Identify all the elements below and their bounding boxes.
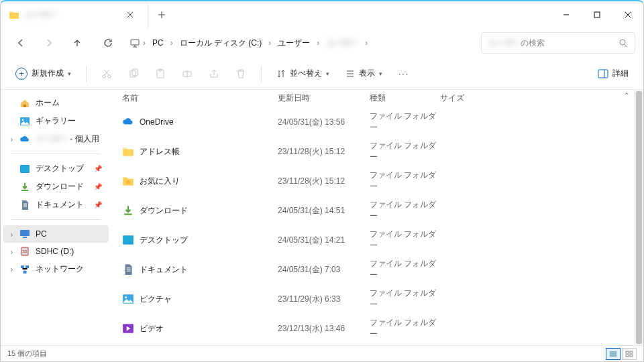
- new-tab-button[interactable]: [148, 1, 175, 28]
- tab-current[interactable]: ユーザー: [1, 1, 148, 28]
- nav-onedrive[interactable]: ユーザー - 個人用: [3, 130, 109, 148]
- more-button[interactable]: ···: [392, 62, 416, 86]
- nav-pane: ホーム ギャラリー ユーザー - 個人用 デスクトップ 📌 ダウンロード 📌: [1, 90, 111, 345]
- maximize-button[interactable]: [582, 1, 612, 28]
- table-row[interactable]: お気に入り23/11/28(火) 15:12ファイル フォルダー: [111, 166, 634, 196]
- nav-gallery[interactable]: ギャラリー: [3, 112, 109, 130]
- view-button[interactable]: 表示 ▾: [339, 64, 389, 83]
- breadcrumb-seg-pc[interactable]: PC: [148, 36, 168, 50]
- col-date[interactable]: 更新日時: [278, 93, 370, 104]
- search-input[interactable]: ユーザーの検索: [481, 32, 635, 54]
- sort-button[interactable]: 並べ替え ▾: [270, 64, 336, 83]
- minimize-button[interactable]: [551, 1, 582, 28]
- onedrive-icon: [19, 134, 30, 145]
- nav-pc[interactable]: PC: [3, 225, 109, 243]
- nav-label: ドキュメント: [36, 199, 84, 210]
- table-row[interactable]: ビデオ23/12/13(水) 13:46ファイル フォルダー: [111, 314, 634, 343]
- breadcrumb-seg-user[interactable]: ユーザー: [322, 35, 362, 52]
- table-row[interactable]: ドキュメント24/05/31(金) 7:03ファイル フォルダー: [111, 255, 634, 284]
- col-type[interactable]: 種類: [370, 93, 440, 104]
- body: ホーム ギャラリー ユーザー - 個人用 デスクトップ 📌 ダウンロード 📌: [1, 90, 643, 345]
- nav-documents[interactable]: ドキュメント 📌: [3, 196, 109, 214]
- list-icon: [345, 69, 355, 78]
- back-button[interactable]: [9, 31, 33, 55]
- file-name: ダウンロード: [140, 205, 188, 217]
- svg-text:SD: SD: [23, 249, 28, 253]
- svg-rect-29: [630, 355, 633, 357]
- nav-label: - 個人用: [68, 134, 99, 143]
- folder-icon: [122, 145, 134, 158]
- svg-rect-27: [630, 351, 633, 353]
- nav-network[interactable]: ネットワーク: [3, 260, 109, 278]
- file-list: ⌃ 名前 更新日時 種類 サイズ OneDrive24/05/31(金) 13:…: [111, 90, 634, 345]
- close-button[interactable]: [612, 1, 643, 28]
- chevron-right-icon[interactable]: ›: [315, 38, 321, 48]
- breadcrumb[interactable]: › PC › ローカル ディスク (C:) › ユーザー › ユーザー ›: [124, 32, 477, 54]
- collapse-nav-icon[interactable]: ⌃: [623, 91, 630, 101]
- nav-sdhc[interactable]: SD SDHC (D:): [3, 243, 109, 260]
- scrollbar[interactable]: [634, 90, 643, 345]
- svg-point-3: [103, 74, 105, 77]
- chevron-right-icon[interactable]: ›: [169, 38, 174, 48]
- nav-downloads[interactable]: ダウンロード 📌: [3, 178, 109, 196]
- view-large-button[interactable]: [622, 348, 637, 360]
- nav-label: ネットワーク: [36, 263, 84, 275]
- nav-desktop[interactable]: デスクトップ 📌: [3, 160, 109, 178]
- onedrive-icon: [122, 116, 134, 128]
- table-row[interactable]: アドレス帳23/11/28(火) 15:12ファイル フォルダー: [111, 137, 634, 166]
- pin-icon: 📌: [94, 183, 102, 190]
- refresh-button[interactable]: [96, 31, 120, 55]
- chevron-right-icon[interactable]: ›: [142, 38, 147, 48]
- cut-button[interactable]: [95, 62, 119, 86]
- svg-rect-0: [594, 12, 600, 17]
- delete-button[interactable]: [229, 62, 253, 86]
- chevron-right-icon[interactable]: ›: [364, 38, 369, 48]
- nav-label: ギャラリー: [36, 115, 76, 127]
- details-pane-button[interactable]: 詳細: [591, 64, 635, 83]
- breadcrumb-seg-users[interactable]: ユーザー: [274, 35, 314, 52]
- document-icon: [19, 200, 30, 210]
- column-headers: 名前 更新日時 種類 サイズ: [111, 90, 634, 107]
- tab-close-button[interactable]: [121, 5, 140, 24]
- details-label: 詳細: [612, 68, 629, 79]
- paste-button[interactable]: [148, 62, 172, 86]
- rename-button[interactable]: [175, 62, 199, 86]
- svg-rect-18: [21, 265, 24, 268]
- copy-button[interactable]: [121, 62, 146, 86]
- view-details-button[interactable]: [606, 348, 621, 360]
- document-icon: [122, 263, 134, 276]
- table-row[interactable]: ピクチャ23/11/29(水) 6:33ファイル フォルダー: [111, 284, 634, 314]
- col-size[interactable]: サイズ: [440, 93, 494, 104]
- forward-button[interactable]: [37, 31, 61, 55]
- explorer-window: ユーザー › PC › ローカル ディスク (C:) › ユーザー ›: [0, 0, 644, 362]
- svg-rect-15: [23, 237, 27, 238]
- download-icon: [19, 182, 30, 192]
- file-type: ファイル フォルダー: [370, 199, 440, 222]
- new-button[interactable]: + 新規作成 ▾: [9, 64, 78, 84]
- table-row[interactable]: OneDrive24/05/31(金) 13:56ファイル フォルダー: [111, 107, 634, 137]
- table-row[interactable]: デスクトップ24/05/31(金) 14:21ファイル フォルダー: [111, 225, 634, 255]
- pc-device-icon: [129, 38, 140, 48]
- col-name[interactable]: 名前: [122, 93, 278, 104]
- toolbar: + 新規作成 ▾ 並べ替え ▾ 表示 ▾ ··· 詳細: [1, 58, 643, 90]
- up-button[interactable]: [65, 31, 89, 55]
- scrollbar-thumb[interactable]: [636, 91, 642, 344]
- svg-rect-21: [123, 235, 133, 245]
- table-row[interactable]: ミュージック23/11/28(火) 15:12ファイル フォルダー: [111, 343, 634, 345]
- chevron-right-icon[interactable]: ›: [267, 38, 272, 48]
- file-type: ファイル フォルダー: [370, 140, 440, 163]
- pc-icon: [19, 229, 30, 239]
- folder-icon: [9, 9, 19, 20]
- fav-icon: [122, 175, 134, 187]
- breadcrumb-seg-disk[interactable]: ローカル ディスク (C:): [176, 35, 266, 52]
- nav-home[interactable]: ホーム: [3, 94, 109, 112]
- address-row: › PC › ローカル ディスク (C:) › ユーザー › ユーザー › ユー…: [1, 28, 643, 58]
- share-button[interactable]: [202, 62, 226, 86]
- svg-rect-19: [25, 265, 29, 268]
- gallery-icon: [19, 116, 30, 127]
- file-date: 24/05/31(金) 13:56: [278, 117, 370, 128]
- table-row[interactable]: ダウンロード24/05/31(金) 14:51ファイル フォルダー: [111, 196, 634, 225]
- svg-rect-13: [20, 165, 30, 173]
- nav-label: ダウンロード: [36, 181, 84, 192]
- file-date: 23/11/29(水) 6:33: [278, 294, 370, 305]
